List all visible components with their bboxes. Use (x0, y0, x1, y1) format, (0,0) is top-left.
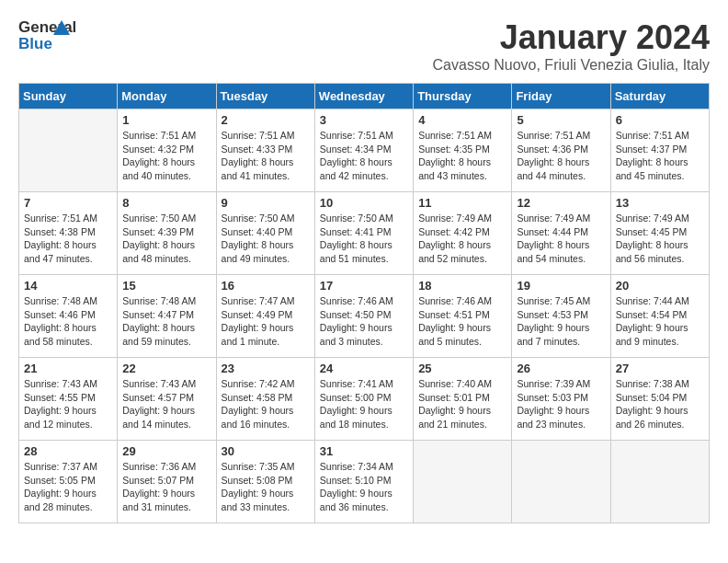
sunrise-label: Sunrise: 7:39 AM (517, 378, 590, 389)
sunrise-label: Sunrise: 7:51 AM (222, 130, 295, 141)
calendar-week-4: 21 Sunrise: 7:43 AM Sunset: 4:55 PM Dayl… (19, 358, 710, 441)
header-saturday: Saturday (610, 84, 709, 109)
calendar-cell: 10 Sunrise: 7:50 AM Sunset: 4:41 PM Dayl… (314, 192, 413, 275)
day-info: Sunrise: 7:51 AM Sunset: 4:33 PM Dayligh… (222, 129, 310, 183)
day-number: 16 (222, 279, 310, 293)
sunset-label: Sunset: 4:40 PM (222, 226, 293, 237)
day-info: Sunrise: 7:48 AM Sunset: 4:47 PM Dayligh… (122, 294, 210, 349)
day-info: Sunrise: 7:36 AM Sunset: 5:07 PM Dayligh… (122, 460, 210, 514)
day-number: 25 (418, 362, 506, 375)
sunset-label: Sunset: 5:10 PM (320, 475, 392, 486)
sunrise-label: Sunrise: 7:49 AM (616, 213, 689, 224)
calendar-cell (414, 441, 512, 523)
calendar-cell: 29 Sunrise: 7:36 AM Sunset: 5:07 PM Dayl… (118, 441, 216, 523)
day-info: Sunrise: 7:50 AM Sunset: 4:41 PM Dayligh… (320, 212, 408, 266)
day-info: Sunrise: 7:50 AM Sunset: 4:40 PM Dayligh… (222, 212, 310, 266)
calendar-cell: 25 Sunrise: 7:40 AM Sunset: 5:01 PM Dayl… (414, 358, 512, 441)
day-info: Sunrise: 7:37 AM Sunset: 5:05 PM Dayligh… (24, 460, 112, 514)
page-header: General Blue January 2024 Cavasso Nuovo,… (18, 18, 710, 74)
calendar-cell: 17 Sunrise: 7:46 AM Sunset: 4:50 PM Dayl… (314, 275, 413, 358)
sunrise-label: Sunrise: 7:38 AM (616, 378, 689, 389)
day-number: 3 (320, 113, 408, 127)
day-number: 12 (517, 196, 605, 210)
daylight-label: Daylight: 8 hours and 58 minutes. (24, 322, 97, 347)
sunset-label: Sunset: 4:37 PM (616, 144, 688, 155)
calendar-cell: 24 Sunrise: 7:41 AM Sunset: 5:00 PM Dayl… (314, 358, 413, 441)
sunrise-label: Sunrise: 7:50 AM (122, 213, 196, 224)
svg-marker-0 (53, 20, 70, 35)
day-number: 5 (517, 113, 605, 127)
sunrise-label: Sunrise: 7:51 AM (122, 130, 196, 141)
sunset-label: Sunset: 4:46 PM (24, 309, 96, 320)
day-info: Sunrise: 7:43 AM Sunset: 4:55 PM Dayligh… (24, 377, 112, 431)
calendar-cell: 31 Sunrise: 7:34 AM Sunset: 5:10 PM Dayl… (314, 441, 413, 523)
calendar-cell (512, 441, 610, 523)
day-number: 8 (122, 196, 210, 210)
day-number: 11 (418, 196, 506, 210)
day-info: Sunrise: 7:39 AM Sunset: 5:03 PM Dayligh… (517, 377, 605, 431)
daylight-label: Daylight: 9 hours and 3 minutes. (320, 322, 392, 347)
sunrise-label: Sunrise: 7:34 AM (320, 461, 393, 472)
header-friday: Friday (512, 84, 610, 109)
day-info: Sunrise: 7:46 AM Sunset: 4:50 PM Dayligh… (320, 294, 408, 349)
sunset-label: Sunset: 4:47 PM (122, 309, 194, 320)
sunset-label: Sunset: 5:05 PM (24, 475, 96, 486)
day-number: 2 (222, 113, 310, 127)
day-number: 1 (122, 113, 210, 127)
calendar-week-1: 1 Sunrise: 7:51 AM Sunset: 4:32 PM Dayli… (19, 109, 710, 192)
calendar-cell: 4 Sunrise: 7:51 AM Sunset: 4:35 PM Dayli… (414, 109, 512, 192)
sunset-label: Sunset: 4:51 PM (418, 309, 490, 320)
logo-icon (51, 18, 72, 39)
sunrise-label: Sunrise: 7:51 AM (517, 130, 590, 141)
daylight-label: Daylight: 9 hours and 23 minutes. (517, 405, 589, 430)
day-info: Sunrise: 7:49 AM Sunset: 4:44 PM Dayligh… (517, 212, 605, 266)
day-info: Sunrise: 7:50 AM Sunset: 4:39 PM Dayligh… (122, 212, 210, 266)
sunrise-label: Sunrise: 7:46 AM (320, 295, 393, 306)
day-number: 26 (517, 362, 605, 375)
calendar-cell: 21 Sunrise: 7:43 AM Sunset: 4:55 PM Dayl… (19, 358, 118, 441)
day-info: Sunrise: 7:49 AM Sunset: 4:42 PM Dayligh… (418, 212, 506, 266)
daylight-label: Daylight: 9 hours and 26 minutes. (616, 405, 688, 430)
daylight-label: Daylight: 8 hours and 41 minutes. (222, 156, 294, 181)
sunset-label: Sunset: 4:42 PM (418, 226, 490, 237)
day-info: Sunrise: 7:51 AM Sunset: 4:37 PM Dayligh… (616, 129, 704, 183)
sunrise-label: Sunrise: 7:51 AM (418, 130, 492, 141)
sunset-label: Sunset: 4:44 PM (517, 226, 588, 237)
sunrise-label: Sunrise: 7:49 AM (418, 213, 492, 224)
calendar-table: SundayMondayTuesdayWednesdayThursdayFrid… (18, 83, 710, 523)
day-number: 27 (616, 362, 704, 375)
sunrise-label: Sunrise: 7:50 AM (222, 213, 295, 224)
calendar-cell: 23 Sunrise: 7:42 AM Sunset: 4:58 PM Dayl… (216, 358, 314, 441)
calendar-cell: 26 Sunrise: 7:39 AM Sunset: 5:03 PM Dayl… (512, 358, 610, 441)
sunset-label: Sunset: 5:04 PM (616, 392, 688, 403)
calendar-cell: 22 Sunrise: 7:43 AM Sunset: 4:57 PM Dayl… (118, 358, 216, 441)
calendar-cell: 11 Sunrise: 7:49 AM Sunset: 4:42 PM Dayl… (414, 192, 512, 275)
sunrise-label: Sunrise: 7:49 AM (517, 213, 590, 224)
daylight-label: Daylight: 8 hours and 40 minutes. (122, 156, 195, 181)
calendar-week-2: 7 Sunrise: 7:51 AM Sunset: 4:38 PM Dayli… (19, 192, 710, 275)
header-tuesday: Tuesday (216, 84, 314, 109)
day-number: 22 (122, 362, 210, 375)
sunrise-label: Sunrise: 7:42 AM (222, 378, 295, 389)
day-info: Sunrise: 7:44 AM Sunset: 4:54 PM Dayligh… (616, 294, 704, 349)
sunset-label: Sunset: 4:38 PM (24, 226, 96, 237)
sunset-label: Sunset: 5:01 PM (418, 392, 490, 403)
sunset-label: Sunset: 4:58 PM (222, 392, 293, 403)
day-info: Sunrise: 7:43 AM Sunset: 4:57 PM Dayligh… (122, 377, 210, 431)
day-number: 20 (616, 279, 704, 293)
sunrise-label: Sunrise: 7:51 AM (320, 130, 393, 141)
sunset-label: Sunset: 5:07 PM (122, 475, 194, 486)
calendar-cell: 5 Sunrise: 7:51 AM Sunset: 4:36 PM Dayli… (512, 109, 610, 192)
daylight-label: Daylight: 9 hours and 28 minutes. (24, 488, 97, 512)
daylight-label: Daylight: 8 hours and 43 minutes. (418, 156, 491, 181)
sunrise-label: Sunrise: 7:41 AM (320, 378, 393, 389)
sunrise-label: Sunrise: 7:43 AM (122, 378, 196, 389)
sunrise-label: Sunrise: 7:48 AM (122, 295, 196, 306)
logo-blue: Blue (18, 35, 52, 53)
daylight-label: Daylight: 8 hours and 47 minutes. (24, 239, 97, 264)
day-number: 18 (418, 279, 506, 293)
calendar-cell: 1 Sunrise: 7:51 AM Sunset: 4:32 PM Dayli… (118, 109, 216, 192)
sunset-label: Sunset: 4:34 PM (320, 144, 392, 155)
daylight-label: Daylight: 8 hours and 51 minutes. (320, 239, 392, 264)
daylight-label: Daylight: 8 hours and 48 minutes. (122, 239, 195, 264)
